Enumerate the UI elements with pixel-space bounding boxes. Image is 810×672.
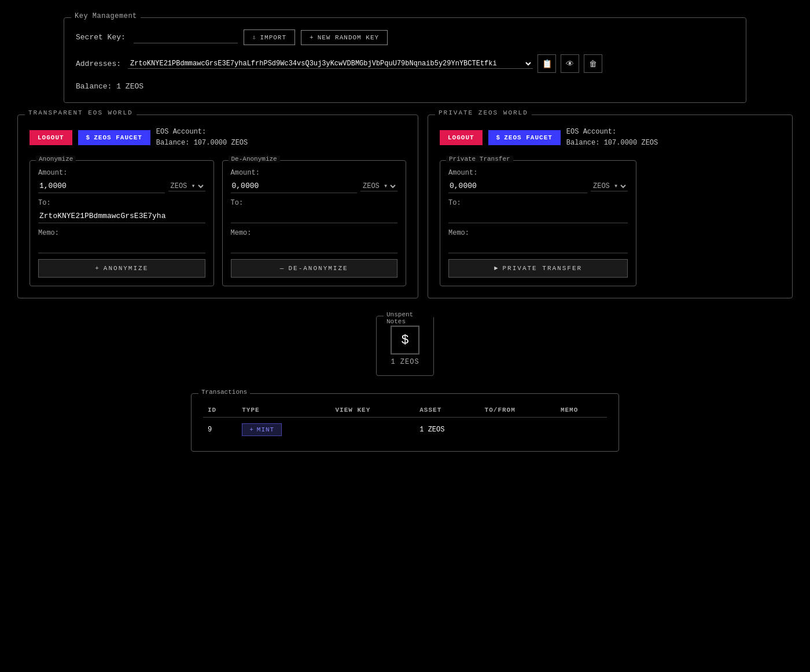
anonymize-token-select[interactable]: ZEOS ▾	[168, 182, 205, 191]
note-amount: 1 ZEOS	[391, 358, 419, 366]
anonymize-panel: Anonymize Amount: ZEOS ▾ To:	[30, 160, 214, 286]
private-dollar-icon: $	[496, 134, 501, 141]
private-world-label: PRIVATE ZEOS WORLD	[435, 109, 532, 116]
deanonymize-to-input[interactable]	[231, 209, 398, 223]
transparent-faucet-button[interactable]: $ ZEOS FAUCET	[78, 130, 150, 145]
key-management-label: Key Management	[71, 12, 141, 20]
addresses-label: Addresses:	[76, 60, 121, 68]
private-logout-button[interactable]: LOGOUT	[440, 130, 483, 145]
private-faucet-button[interactable]: $ ZEOS FAUCET	[488, 130, 561, 145]
tx-tofrom	[480, 418, 556, 442]
private-transfer-panel: Private Transfer Amount: ZEOS ▾ To: Mem	[440, 160, 636, 286]
transparent-balance-value: 107.0000 ZEOS	[194, 139, 248, 147]
deanonymize-memo-label: Memo:	[231, 229, 398, 237]
private-eos-info: EOS Account: Balance: 107.0000 ZEOS	[566, 127, 658, 149]
eye-icon: 👁	[566, 59, 574, 68]
deanonymize-to-label: To:	[231, 199, 398, 207]
private-balance-value: 107.0000 ZEOS	[604, 139, 658, 147]
transparent-world-label: TRANSPARENT EOS WORLD	[25, 109, 137, 116]
address-select[interactable]: ZrtoKNYE21PBdmmawcGrsE3E7yhaLfrhPSd9Wc34…	[128, 59, 533, 69]
col-tofrom: TO/FROM	[480, 403, 556, 418]
trash-icon: 🗑	[589, 59, 597, 68]
anonymize-memo-label: Memo:	[38, 229, 205, 237]
anonymize-amount-input[interactable]	[38, 179, 165, 193]
tx-memo	[556, 418, 607, 442]
copy-address-button[interactable]: 📋	[537, 54, 556, 73]
note-dollar-icon: $	[401, 333, 408, 348]
transparent-panel-header: LOGOUT $ ZEOS FAUCET EOS Account: Balanc…	[30, 127, 406, 149]
private-transfer-button[interactable]: ► PRIVATE TRANSFER	[448, 259, 628, 278]
col-memo: MEMO	[556, 403, 607, 418]
private-transfer-token-select[interactable]: ZEOS ▾	[591, 182, 628, 191]
tx-viewkey	[331, 418, 415, 442]
private-transfer-memo-input[interactable]	[448, 239, 628, 253]
deanonymize-memo-input[interactable]	[231, 239, 398, 253]
anonymize-memo-input[interactable]	[38, 239, 205, 253]
sub-panels: Anonymize Amount: ZEOS ▾ To:	[30, 160, 406, 286]
new-random-key-button[interactable]: + NEW RANDOM KEY	[301, 30, 388, 45]
private-transfer-to-label: To:	[448, 199, 628, 207]
private-transfer-to-input[interactable]	[448, 209, 628, 223]
anonymize-button[interactable]: + ANONYMIZE	[38, 259, 205, 278]
transparent-world-panel: TRANSPARENT EOS WORLD LOGOUT $ ZEOS FAUC…	[17, 115, 418, 298]
tx-asset: 1 ZEOS	[415, 418, 480, 442]
table-row: 9 + MINT 1 ZEOS	[203, 418, 607, 442]
deanonymize-label: De-Anonymize	[229, 156, 280, 163]
col-asset: ASSET	[415, 403, 480, 418]
balance-label: Balance:	[76, 82, 112, 91]
transactions-section: Transactions ID TYPE VIEW KEY ASSET TO/F…	[17, 393, 793, 452]
delete-address-button[interactable]: 🗑	[584, 54, 602, 73]
mint-icon: +	[249, 426, 254, 433]
col-type: TYPE	[237, 403, 330, 418]
balance-value: 1 ZEOS	[116, 82, 143, 91]
transparent-balance-label: Balance:	[156, 139, 190, 147]
private-eos-account-label: EOS Account:	[566, 128, 616, 136]
tx-id: 9	[203, 418, 237, 442]
eos-account-label: EOS Account:	[156, 128, 206, 136]
transparent-eos-info: EOS Account: Balance: 107.0000 ZEOS	[156, 127, 248, 149]
transactions-table: ID TYPE VIEW KEY ASSET TO/FROM MEMO 9 + …	[203, 403, 607, 442]
deanonymize-button[interactable]: — DE-ANONYMIZE	[231, 259, 398, 278]
tx-type: + MINT	[237, 418, 330, 442]
deanonymize-token-select[interactable]: ZEOS ▾	[360, 182, 397, 191]
unspent-notes-container: Unspent Notes $ 1 ZEOS	[376, 316, 434, 376]
plus-icon: +	[310, 34, 314, 41]
world-panels: TRANSPARENT EOS WORLD LOGOUT $ ZEOS FAUC…	[17, 115, 793, 298]
deanonymize-amount-input[interactable]	[231, 179, 358, 193]
private-balance-label: Balance:	[566, 139, 600, 147]
view-address-button[interactable]: 👁	[561, 54, 579, 73]
private-panel-header: LOGOUT $ ZEOS FAUCET EOS Account: Balanc…	[440, 127, 780, 149]
transparent-logout-button[interactable]: LOGOUT	[30, 130, 72, 145]
private-transfer-memo-label: Memo:	[448, 229, 628, 237]
deanonymize-panel: De-Anonymize Amount: ZEOS ▾ To:	[222, 160, 407, 286]
private-world-panel: PRIVATE ZEOS WORLD LOGOUT $ ZEOS FAUCET …	[428, 115, 793, 298]
import-icon: ⇩	[252, 34, 257, 41]
private-transfer-amount-label: Amount:	[448, 169, 628, 177]
mint-badge: + MINT	[242, 423, 282, 436]
unspent-notes-label: Unspent Notes	[384, 311, 433, 325]
deanonymize-btn-icon: —	[280, 265, 285, 272]
copy-icon: 📋	[542, 59, 552, 68]
unspent-notes-section: Unspent Notes $ 1 ZEOS	[17, 316, 793, 376]
anonymize-btn-icon: +	[95, 265, 100, 272]
anonymize-amount-label: Amount:	[38, 169, 205, 177]
anonymize-to-label: To:	[38, 199, 205, 207]
note-card: $ 1 ZEOS	[388, 326, 422, 366]
private-transfer-amount-input[interactable]	[448, 179, 587, 193]
private-transfer-label: Private Transfer	[446, 156, 513, 163]
col-viewkey: VIEW KEY	[331, 403, 415, 418]
anonymize-to-input[interactable]	[38, 209, 205, 223]
dollar-icon: $	[86, 134, 91, 141]
secret-key-input[interactable]	[134, 32, 238, 43]
col-id: ID	[203, 403, 237, 418]
anonymize-label: Anonymize	[36, 156, 76, 163]
private-transfer-btn-icon: ►	[494, 265, 499, 272]
deanonymize-amount-label: Amount:	[231, 169, 398, 177]
note-icon-box: $	[391, 326, 419, 355]
key-management-section: Key Management Secret Key: ⇩ IMPORT + NE…	[64, 17, 746, 103]
secret-key-label: Secret Key:	[76, 33, 126, 42]
transactions-label: Transactions	[198, 389, 250, 396]
transactions-container: Transactions ID TYPE VIEW KEY ASSET TO/F…	[191, 393, 619, 452]
import-button[interactable]: ⇩ IMPORT	[244, 29, 295, 45]
